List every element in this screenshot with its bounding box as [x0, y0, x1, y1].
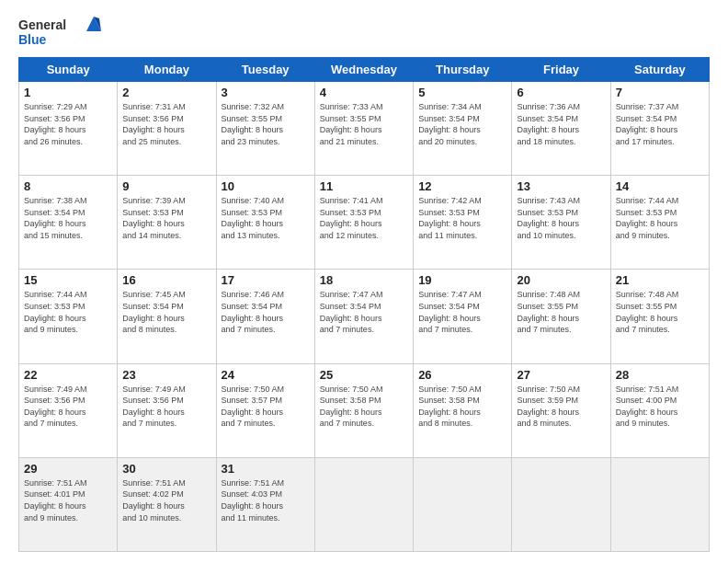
table-row: 9Sunrise: 7:39 AM Sunset: 3:53 PM Daylig… — [118, 176, 216, 270]
day-number: 22 — [24, 368, 112, 382]
day-info: Sunrise: 7:39 AM Sunset: 3:53 PM Dayligh… — [122, 195, 210, 241]
table-row: 17Sunrise: 7:46 AM Sunset: 3:54 PM Dayli… — [216, 270, 314, 363]
table-row: 3Sunrise: 7:32 AM Sunset: 3:55 PM Daylig… — [216, 82, 314, 176]
calendar-header-row: Sunday Monday Tuesday Wednesday Thursday… — [19, 58, 710, 82]
table-row: 24Sunrise: 7:50 AM Sunset: 3:57 PM Dayli… — [216, 363, 314, 457]
table-row — [314, 457, 413, 551]
day-number: 3 — [222, 86, 310, 99]
day-number: 31 — [222, 462, 310, 476]
col-thursday: Thursday — [414, 58, 512, 82]
table-row: 29Sunrise: 7:51 AM Sunset: 4:01 PM Dayli… — [19, 457, 118, 551]
day-info: Sunrise: 7:41 AM Sunset: 3:53 PM Dayligh… — [320, 195, 408, 241]
table-row: 2Sunrise: 7:31 AM Sunset: 3:56 PM Daylig… — [118, 82, 216, 176]
table-row: 21Sunrise: 7:48 AM Sunset: 3:55 PM Dayli… — [610, 270, 709, 363]
day-info: Sunrise: 7:34 AM Sunset: 3:54 PM Dayligh… — [418, 101, 506, 147]
table-row: 18Sunrise: 7:47 AM Sunset: 3:54 PM Dayli… — [314, 270, 413, 363]
day-info: Sunrise: 7:31 AM Sunset: 3:56 PM Dayligh… — [122, 101, 210, 147]
day-number: 14 — [616, 179, 704, 193]
col-sunday: Sunday — [19, 58, 118, 82]
day-info: Sunrise: 7:32 AM Sunset: 3:55 PM Dayligh… — [222, 101, 310, 147]
day-number: 28 — [616, 368, 704, 382]
calendar-week-row: 1Sunrise: 7:29 AM Sunset: 3:56 PM Daylig… — [19, 82, 710, 176]
day-info: Sunrise: 7:40 AM Sunset: 3:53 PM Dayligh… — [222, 195, 310, 241]
day-number: 24 — [222, 368, 310, 382]
table-row: 4Sunrise: 7:33 AM Sunset: 3:55 PM Daylig… — [314, 82, 413, 176]
table-row: 15Sunrise: 7:44 AM Sunset: 3:53 PM Dayli… — [19, 270, 118, 363]
day-number: 27 — [517, 368, 605, 382]
day-info: Sunrise: 7:29 AM Sunset: 3:56 PM Dayligh… — [24, 101, 112, 147]
day-number: 1 — [24, 86, 112, 99]
day-info: Sunrise: 7:48 AM Sunset: 3:55 PM Dayligh… — [517, 289, 605, 335]
calendar-week-row: 29Sunrise: 7:51 AM Sunset: 4:01 PM Dayli… — [19, 457, 710, 551]
table-row: 5Sunrise: 7:34 AM Sunset: 3:54 PM Daylig… — [414, 82, 512, 176]
day-info: Sunrise: 7:49 AM Sunset: 3:56 PM Dayligh… — [122, 384, 210, 430]
day-number: 4 — [320, 86, 408, 99]
svg-text:Blue: Blue — [18, 32, 47, 47]
day-info: Sunrise: 7:48 AM Sunset: 3:55 PM Dayligh… — [616, 289, 704, 335]
day-info: Sunrise: 7:33 AM Sunset: 3:55 PM Dayligh… — [320, 101, 408, 147]
day-info: Sunrise: 7:42 AM Sunset: 3:53 PM Dayligh… — [418, 195, 506, 241]
table-row — [610, 457, 709, 551]
day-number: 20 — [517, 273, 605, 287]
table-row: 13Sunrise: 7:43 AM Sunset: 3:53 PM Dayli… — [512, 176, 610, 270]
day-number: 6 — [517, 86, 605, 99]
table-row: 25Sunrise: 7:50 AM Sunset: 3:58 PM Dayli… — [314, 363, 413, 457]
day-number: 23 — [122, 368, 210, 382]
table-row: 16Sunrise: 7:45 AM Sunset: 3:54 PM Dayli… — [118, 270, 216, 363]
table-row: 22Sunrise: 7:49 AM Sunset: 3:56 PM Dayli… — [19, 363, 118, 457]
day-info: Sunrise: 7:37 AM Sunset: 3:54 PM Dayligh… — [616, 101, 704, 147]
table-row — [414, 457, 512, 551]
day-info: Sunrise: 7:38 AM Sunset: 3:54 PM Dayligh… — [24, 195, 112, 241]
table-row: 14Sunrise: 7:44 AM Sunset: 3:53 PM Dayli… — [610, 176, 709, 270]
day-number: 21 — [616, 273, 704, 287]
day-number: 19 — [418, 273, 506, 287]
table-row: 8Sunrise: 7:38 AM Sunset: 3:54 PM Daylig… — [19, 176, 118, 270]
day-number: 10 — [222, 179, 310, 193]
calendar-week-row: 15Sunrise: 7:44 AM Sunset: 3:53 PM Dayli… — [19, 270, 710, 363]
day-number: 2 — [122, 86, 210, 99]
col-wednesday: Wednesday — [314, 58, 413, 82]
col-friday: Friday — [512, 58, 610, 82]
table-row: 10Sunrise: 7:40 AM Sunset: 3:53 PM Dayli… — [216, 176, 314, 270]
day-number: 12 — [418, 179, 506, 193]
day-number: 30 — [122, 462, 210, 476]
table-row: 28Sunrise: 7:51 AM Sunset: 4:00 PM Dayli… — [610, 363, 709, 457]
day-info: Sunrise: 7:50 AM Sunset: 3:57 PM Dayligh… — [222, 384, 310, 430]
day-number: 16 — [122, 273, 210, 287]
page: General Blue Sunday Monday Tuesday Wedne… — [0, 0, 728, 563]
day-info: Sunrise: 7:36 AM Sunset: 3:54 PM Dayligh… — [517, 101, 605, 147]
logo-svg: General Blue — [18, 15, 101, 48]
day-info: Sunrise: 7:50 AM Sunset: 3:59 PM Dayligh… — [517, 384, 605, 430]
col-tuesday: Tuesday — [216, 58, 314, 82]
table-row: 31Sunrise: 7:51 AM Sunset: 4:03 PM Dayli… — [216, 457, 314, 551]
calendar-week-row: 8Sunrise: 7:38 AM Sunset: 3:54 PM Daylig… — [19, 176, 710, 270]
table-row — [512, 457, 610, 551]
day-info: Sunrise: 7:51 AM Sunset: 4:00 PM Dayligh… — [616, 384, 704, 430]
col-saturday: Saturday — [610, 58, 709, 82]
day-info: Sunrise: 7:43 AM Sunset: 3:53 PM Dayligh… — [517, 195, 605, 241]
table-row: 27Sunrise: 7:50 AM Sunset: 3:59 PM Dayli… — [512, 363, 610, 457]
col-monday: Monday — [118, 58, 216, 82]
day-number: 5 — [418, 86, 506, 99]
day-number: 18 — [320, 273, 408, 287]
calendar-table: Sunday Monday Tuesday Wednesday Thursday… — [18, 57, 710, 552]
logo: General Blue — [18, 15, 101, 48]
day-info: Sunrise: 7:47 AM Sunset: 3:54 PM Dayligh… — [418, 289, 506, 335]
table-row: 30Sunrise: 7:51 AM Sunset: 4:02 PM Dayli… — [118, 457, 216, 551]
day-info: Sunrise: 7:44 AM Sunset: 3:53 PM Dayligh… — [24, 289, 112, 335]
table-row: 6Sunrise: 7:36 AM Sunset: 3:54 PM Daylig… — [512, 82, 610, 176]
day-number: 17 — [222, 273, 310, 287]
table-row: 11Sunrise: 7:41 AM Sunset: 3:53 PM Dayli… — [314, 176, 413, 270]
day-info: Sunrise: 7:51 AM Sunset: 4:03 PM Dayligh… — [222, 477, 310, 523]
day-info: Sunrise: 7:46 AM Sunset: 3:54 PM Dayligh… — [222, 289, 310, 335]
day-number: 8 — [24, 179, 112, 193]
table-row: 1Sunrise: 7:29 AM Sunset: 3:56 PM Daylig… — [19, 82, 118, 176]
day-info: Sunrise: 7:51 AM Sunset: 4:01 PM Dayligh… — [24, 477, 112, 523]
table-row: 12Sunrise: 7:42 AM Sunset: 3:53 PM Dayli… — [414, 176, 512, 270]
day-number: 15 — [24, 273, 112, 287]
day-info: Sunrise: 7:45 AM Sunset: 3:54 PM Dayligh… — [122, 289, 210, 335]
table-row: 19Sunrise: 7:47 AM Sunset: 3:54 PM Dayli… — [414, 270, 512, 363]
day-number: 26 — [418, 368, 506, 382]
day-info: Sunrise: 7:49 AM Sunset: 3:56 PM Dayligh… — [24, 384, 112, 430]
svg-text:General: General — [18, 17, 66, 32]
